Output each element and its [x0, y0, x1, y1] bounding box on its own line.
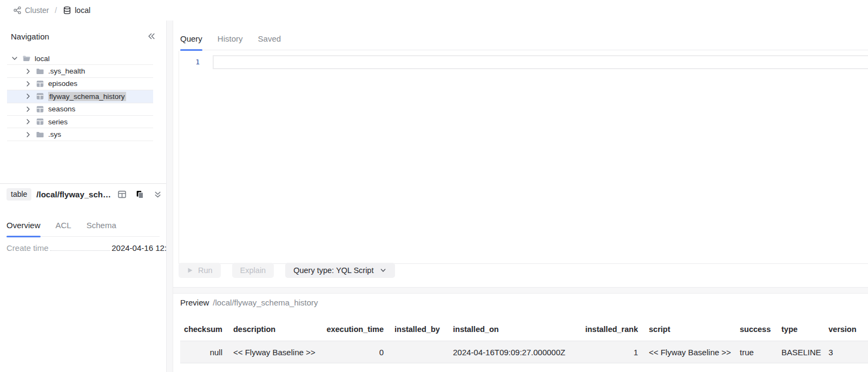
tree-item-seasons[interactable]: seasons: [7, 103, 153, 116]
table-icon: [36, 79, 44, 88]
folder-icon: [36, 130, 44, 139]
tab-query[interactable]: Query: [180, 27, 202, 50]
preview-path: /local/flyway_schema_history: [213, 298, 318, 307]
chevron-right-icon[interactable]: [24, 92, 32, 100]
breadcrumb-cluster-label[interactable]: Cluster: [25, 6, 49, 15]
navigation-title: Navigation: [11, 32, 49, 41]
tree-item-label[interactable]: series: [48, 118, 68, 126]
column-header[interactable]: script: [649, 325, 729, 334]
create-time-value: 2024-04-16 12:: [111, 243, 167, 253]
folder-icon: [36, 67, 44, 76]
tab-history[interactable]: History: [218, 27, 243, 50]
cell-type: BASELINE: [781, 348, 818, 357]
object-path: /local/flyway_sch…: [36, 190, 111, 199]
column-header[interactable]: checksum: [180, 325, 222, 334]
table-icon: [36, 92, 44, 101]
chevron-right-icon[interactable]: [24, 105, 32, 113]
editor-line-number: 1: [179, 55, 213, 69]
breadcrumb: Cluster / local: [0, 0, 868, 21]
column-header[interactable]: installed_on: [453, 325, 573, 334]
cell-installed-on: 2024-04-16T09:09:27.000000Z: [453, 348, 573, 357]
query-actions: Run Explain Query type: YQL Script: [179, 263, 395, 278]
query-tabs: Query History Saved: [180, 27, 868, 50]
panel-divider: [0, 183, 166, 184]
chevron-down-icon: [379, 267, 387, 274]
query-workspace: Query History Saved 1 Run Explain Query …: [173, 21, 868, 372]
editor-current-line[interactable]: [213, 55, 868, 69]
tab-overview[interactable]: Overview: [6, 214, 41, 236]
column-header[interactable]: execution_time: [324, 325, 384, 334]
preview-table: checksum description execution_time inst…: [180, 317, 868, 363]
breadcrumb-separator: /: [54, 6, 58, 15]
object-tabs: Overview ACL Schema: [6, 214, 160, 237]
tree-item-label[interactable]: episodes: [48, 79, 77, 88]
schema-tree: local .sys_health episodes: [7, 52, 153, 141]
vertical-splitter[interactable]: [167, 21, 173, 372]
copy-icon[interactable]: [135, 189, 145, 199]
tree-item-label[interactable]: .sys: [48, 130, 61, 138]
tree-item-episodes[interactable]: episodes: [7, 78, 153, 90]
tab-saved[interactable]: Saved: [258, 27, 281, 50]
play-icon: [187, 267, 193, 274]
database-icon: [63, 6, 71, 15]
tree-item-label[interactable]: flyway_schema_history: [48, 92, 126, 101]
tree-item-sys[interactable]: .sys: [7, 128, 153, 141]
tree-item-local[interactable]: local: [7, 52, 153, 65]
column-header[interactable]: description: [233, 325, 313, 334]
tree-item-flyway-schema-history[interactable]: flyway_schema_history: [7, 90, 153, 103]
create-time-row: Create time 2024-04-16 12:: [6, 243, 167, 254]
chevron-right-icon[interactable]: [24, 68, 32, 75]
query-type-select[interactable]: Query type: YQL Script: [285, 263, 395, 278]
query-editor[interactable]: 1: [179, 51, 868, 264]
cell-checksum: null: [180, 348, 222, 357]
cell-version: 3: [828, 348, 857, 357]
tree-item-label[interactable]: seasons: [48, 105, 75, 113]
preview-title: Preview: [180, 298, 209, 307]
run-button[interactable]: Run: [179, 263, 221, 278]
explain-button[interactable]: Explain: [232, 263, 274, 278]
chevron-right-icon[interactable]: [24, 118, 32, 125]
open-preview-icon[interactable]: [117, 189, 127, 199]
preview-panel: Preview /local/flyway_schema_history che…: [173, 294, 868, 372]
cell-success: true: [740, 348, 771, 357]
chevron-down-icon[interactable]: [11, 55, 18, 62]
cell-description: << Flyway Baseline >>: [233, 348, 313, 357]
cell-execution-time: 0: [324, 348, 384, 357]
navigation-panel: Navigation local: [0, 21, 167, 372]
tab-schema[interactable]: Schema: [87, 214, 116, 236]
cell-script: << Flyway Baseline >>: [649, 348, 729, 357]
column-header[interactable]: installed_rank: [584, 325, 638, 334]
tree-item-series[interactable]: series: [7, 116, 153, 128]
column-header[interactable]: type: [781, 325, 818, 334]
column-header[interactable]: installed_by: [394, 325, 442, 334]
table-icon: [36, 117, 44, 126]
chevron-right-icon[interactable]: [24, 131, 32, 138]
preview-table-header: checksum description execution_time inst…: [180, 317, 868, 341]
object-type-badge: table: [6, 188, 31, 201]
breadcrumb-cluster[interactable]: Cluster: [13, 6, 49, 15]
create-time-label: Create time: [6, 243, 49, 253]
tree-item-label[interactable]: .sys_health: [48, 67, 85, 75]
folder-open-icon: [22, 54, 31, 63]
horizontal-splitter[interactable]: [173, 287, 868, 294]
expand-more-icon[interactable]: [153, 189, 163, 199]
cell-installed-rank: 1: [584, 348, 638, 357]
table-icon: [36, 105, 44, 114]
column-header[interactable]: version: [828, 325, 857, 334]
tree-item-label[interactable]: local: [35, 55, 50, 63]
breadcrumb-database[interactable]: local: [63, 6, 90, 15]
cluster-icon: [13, 6, 22, 15]
table-row[interactable]: null << Flyway Baseline >> 0 2024-04-16T…: [180, 341, 868, 363]
chevron-right-icon[interactable]: [24, 80, 32, 88]
breadcrumb-database-label[interactable]: local: [75, 6, 90, 15]
column-header[interactable]: success: [740, 325, 771, 334]
tab-acl[interactable]: ACL: [56, 214, 71, 236]
object-summary-header: table /local/flyway_sch…: [6, 187, 163, 202]
collapse-panel-icon[interactable]: [147, 31, 156, 41]
dotted-leader: [50, 250, 110, 251]
tree-item-sys-health[interactable]: .sys_health: [7, 65, 153, 77]
